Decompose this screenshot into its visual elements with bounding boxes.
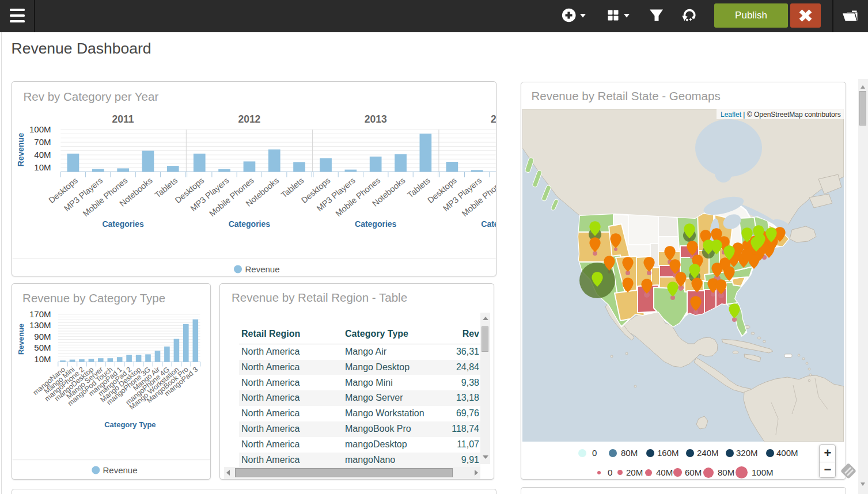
- svg-text:Mobile Phones: Mobile Phones: [81, 176, 130, 218]
- svg-text:Revenue: Revenue: [245, 264, 280, 274]
- svg-text:10M: 10M: [34, 354, 51, 364]
- svg-text:Categories: Categories: [481, 219, 496, 229]
- svg-text:Mobile Phones: Mobile Phones: [207, 176, 256, 218]
- svg-text:Categories: Categories: [355, 219, 397, 229]
- svg-text:Mobile Phones: Mobile Phones: [333, 176, 382, 218]
- svg-text:170M: 170M: [29, 309, 51, 319]
- svg-text:2011: 2011: [112, 113, 134, 125]
- svg-text:Revenue by Category Type: Revenue by Category Type: [22, 291, 165, 305]
- svg-text:2012: 2012: [238, 113, 260, 125]
- svg-text:70M: 70M: [34, 137, 51, 147]
- svg-text:Revenue: Revenue: [17, 324, 25, 355]
- svg-text:Revenue: Revenue: [16, 133, 25, 167]
- svg-text:2013: 2013: [365, 113, 387, 125]
- svg-text:Category Type: Category Type: [104, 420, 156, 429]
- svg-text:Leaflet | © OpenStreetMap cont: Leaflet | © OpenStreetMap contributors: [721, 111, 841, 119]
- svg-text:Categories: Categories: [229, 219, 271, 229]
- svg-text:100M: 100M: [29, 124, 51, 134]
- svg-text:Rev by Category per Year: Rev by Category per Year: [24, 90, 159, 103]
- svg-text:130M: 130M: [29, 320, 51, 330]
- svg-text:50M: 50M: [34, 343, 51, 352]
- svg-text:Categories: Categories: [102, 219, 144, 229]
- svg-text:40M: 40M: [34, 150, 51, 159]
- svg-text:Revenue: Revenue: [103, 465, 138, 475]
- svg-text:90M: 90M: [34, 332, 51, 341]
- svg-text:2014: 2014: [491, 113, 496, 125]
- svg-text:10M: 10M: [34, 162, 51, 172]
